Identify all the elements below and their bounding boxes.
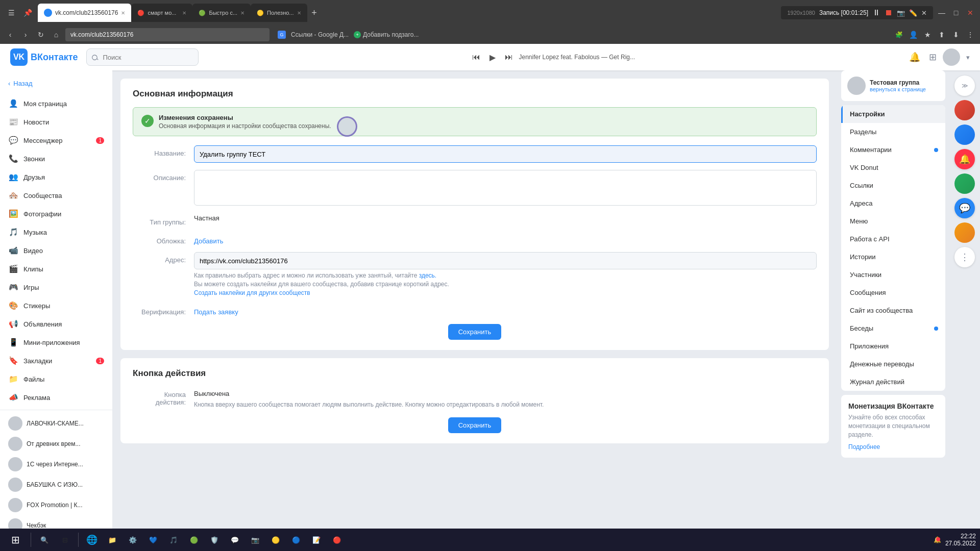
settings-nav-api[interactable]: Работа с API: [841, 230, 945, 248]
tab-close[interactable]: ✕: [121, 10, 125, 16]
taskbar-icon-6[interactable]: 🟢: [185, 531, 203, 549]
settings-nav-transfers[interactable]: Денежные переводы: [841, 355, 945, 373]
minimize-icon[interactable]: —: [936, 7, 947, 18]
sidebar-item-ads2[interactable]: 📣 Реклама: [0, 388, 112, 407]
play-btn[interactable]: ▶: [486, 51, 499, 63]
star-icon[interactable]: ★: [922, 29, 933, 40]
verification-link[interactable]: Подать заявку: [194, 304, 817, 316]
sidebar-item-friends[interactable]: 👥 Друзья: [0, 168, 112, 186]
taskbar-icon-5[interactable]: 🎵: [164, 531, 183, 549]
account-icon[interactable]: 👤: [908, 29, 919, 40]
avatar-chevron[interactable]: ▾: [966, 54, 970, 61]
settings-nav-sections[interactable]: Разделы: [841, 123, 945, 141]
float-avatar-2[interactable]: [954, 124, 975, 145]
sidebar-item-photos[interactable]: 🖼️ Фотографии: [0, 205, 112, 223]
sidebar-item-games[interactable]: 🎮 Игры: [0, 278, 112, 296]
settings-nav-general[interactable]: Настройки: [841, 105, 945, 123]
pause-btn[interactable]: ⏸: [872, 8, 880, 17]
tab-1[interactable]: 🔴 смарт мо... ✕: [131, 4, 192, 22]
tab-close-3[interactable]: ✕: [297, 10, 301, 16]
address-input[interactable]: [65, 28, 270, 41]
pin-btn[interactable]: 📌: [20, 6, 35, 20]
sidebar-back[interactable]: ‹ Назад: [0, 76, 112, 91]
tab-close-2[interactable]: ✕: [240, 10, 244, 16]
sidebar-item-news[interactable]: 📰 Новости: [0, 113, 112, 131]
taskbar-icon-9[interactable]: 📷: [246, 531, 264, 549]
stop-btn[interactable]: ⏹: [885, 8, 893, 17]
float-avatar-3[interactable]: [954, 173, 975, 194]
user-avatar[interactable]: [943, 48, 960, 66]
float-notify-btn[interactable]: 🔔: [954, 149, 975, 169]
monetization-link[interactable]: Подробнее: [848, 443, 880, 450]
sidebar-item-communities[interactable]: 🏘️ Сообщества: [0, 186, 112, 205]
vk-logo[interactable]: VK ВКонтакте: [10, 48, 78, 66]
sidebar-item-clips[interactable]: 🎬 Клипы: [0, 260, 112, 278]
next-btn[interactable]: ⏭: [503, 51, 515, 63]
settings-nav-stories[interactable]: Истории: [841, 248, 945, 266]
community-fox[interactable]: FOX Promotion | К...: [0, 495, 112, 515]
action-save-button[interactable]: Сохранить: [448, 417, 502, 433]
taskbar-icon-4[interactable]: 💙: [144, 531, 162, 549]
close-icon[interactable]: ✕: [965, 7, 976, 18]
forward-nav-btn[interactable]: ›: [19, 29, 32, 41]
sidebar-item-messenger[interactable]: 💬 Мессенджер 1: [0, 131, 112, 149]
camera-btn[interactable]: 📷: [897, 9, 905, 17]
name-input[interactable]: [194, 145, 817, 163]
address-here-link[interactable]: здесь.: [419, 272, 437, 279]
settings-nav-vk-donut[interactable]: VK Donut: [841, 159, 945, 177]
share-icon[interactable]: ⬆: [936, 29, 947, 40]
refresh-nav-btn[interactable]: ↻: [35, 29, 47, 41]
settings-nav-messages[interactable]: Сообщения: [841, 284, 945, 302]
search-input[interactable]: [86, 48, 199, 66]
prev-btn[interactable]: ⏮: [470, 51, 482, 63]
settings-nav-log[interactable]: Журнал действий: [841, 373, 945, 391]
sidebar-item-music[interactable]: 🎵 Музыка: [0, 223, 112, 241]
close-recording-btn[interactable]: ✕: [921, 9, 927, 17]
taskbar-explorer[interactable]: 📁: [103, 531, 121, 549]
sidebar-item-ads[interactable]: 📢 Объявления: [0, 315, 112, 333]
settings-nav-members[interactable]: Участники: [841, 266, 945, 284]
tab-close-1[interactable]: ✕: [182, 10, 186, 16]
settings-nav-addresses[interactable]: Адреса: [841, 194, 945, 212]
more-icon[interactable]: ⋮: [965, 29, 976, 40]
sidebar-item-my-page[interactable]: 👤 Моя страница: [0, 94, 112, 113]
taskbar-task-view[interactable]: ⊟: [56, 531, 74, 549]
settings-nav-links[interactable]: Ссылки: [841, 177, 945, 194]
taskbar-icon-13[interactable]: 🔴: [328, 531, 346, 549]
community-lavochki[interactable]: ЛАВОЧКИ-СКАМЕ...: [0, 413, 112, 434]
tab-3[interactable]: 🟡 Полезно... ✕: [251, 4, 307, 22]
taskbar-icon-7[interactable]: 🛡️: [205, 531, 224, 549]
taskbar-icon-11[interactable]: 🔵: [287, 531, 305, 549]
community-1c[interactable]: 1С через Интерне...: [0, 454, 112, 474]
float-msg-btn[interactable]: 💬: [954, 198, 975, 218]
extensions-icon[interactable]: 🧩: [893, 29, 904, 40]
address-stickers-link[interactable]: Создать наклейки для других сообществ: [194, 289, 310, 296]
float-collapse-btn[interactable]: ≫: [954, 76, 975, 96]
sidebar-item-bookmarks[interactable]: 🔖 Закладки 1: [0, 352, 112, 370]
notification-btn[interactable]: 🔔: [906, 49, 923, 65]
address-input[interactable]: [194, 252, 817, 269]
taskbar-icon-3[interactable]: ⚙️: [124, 531, 142, 549]
edit-btn[interactable]: ✏️: [909, 9, 917, 17]
settings-nav-chats[interactable]: Беседы: [841, 319, 945, 337]
taskbar-icon-8[interactable]: 💬: [226, 531, 244, 549]
start-button[interactable]: ⊞: [4, 531, 27, 549]
download-icon[interactable]: ⬇: [950, 29, 962, 40]
save-button[interactable]: Сохранить: [448, 324, 502, 340]
float-avatar-4[interactable]: [954, 222, 975, 243]
cover-add-link[interactable]: Добавить: [194, 233, 817, 245]
taskbar-icon-12[interactable]: 📝: [307, 531, 326, 549]
new-tab-btn[interactable]: +: [307, 6, 322, 20]
taskbar-notify[interactable]: 🔔: [934, 536, 941, 543]
sidebar-item-files[interactable]: 📁 Файлы: [0, 370, 112, 388]
float-more-btn[interactable]: ⋮: [954, 247, 975, 267]
bookmark-google[interactable]: Ссылки - Google Д...: [291, 31, 349, 38]
sidebar-item-stickers[interactable]: 🎨 Стикеры: [0, 296, 112, 315]
maximize-icon[interactable]: □: [950, 7, 962, 18]
settings-nav-site[interactable]: Сайт из сообщества: [841, 302, 945, 319]
sidebar-item-calls[interactable]: 📞 Звонки: [0, 149, 112, 168]
apps-grid-icon[interactable]: ⊞: [929, 52, 937, 63]
home-nav-btn[interactable]: ⌂: [50, 29, 62, 41]
menu-btn[interactable]: ☰: [4, 6, 18, 20]
sidebar-item-video[interactable]: 📹 Видео: [0, 241, 112, 260]
